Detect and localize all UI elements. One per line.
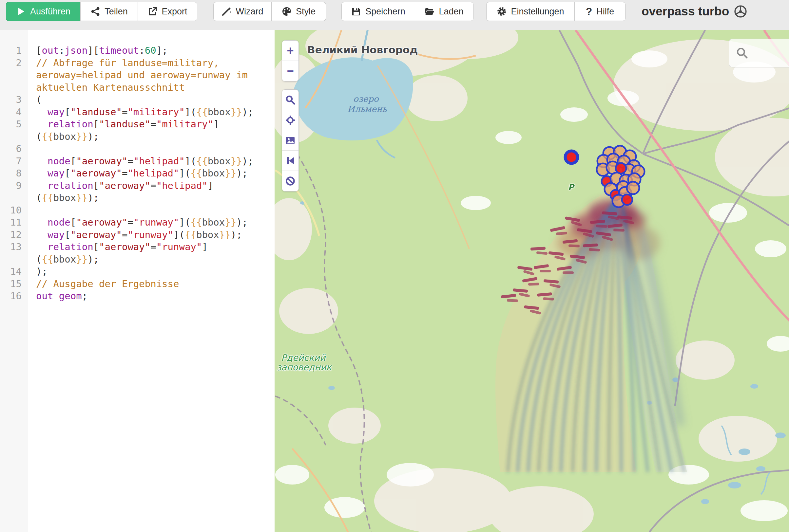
palette-icon [282,6,292,16]
code-line[interactable]: aeroway=helipad und aeroway=runway im [0,69,274,81]
share-button[interactable]: Teilen [80,2,138,21]
settings-button[interactable]: Einstellungen [486,2,575,21]
save-label: Speichern [365,6,405,17]
map-graphics [275,30,789,532]
code-line[interactable]: ({{bbox}}); [0,131,274,143]
style-label: Style [296,6,315,17]
line-number [0,81,28,94]
line-number [0,253,28,266]
magic-wand-icon [221,6,231,16]
code-text: aeroway=helipad und aeroway=runway im [28,69,248,81]
line-number [0,192,28,204]
line-number: 2 [0,57,28,70]
query-editor[interactable]: 1[out:json][timeout:60];2// Abfrage für … [0,30,274,532]
app-title: overpass turbo [642,5,747,18]
code-line[interactable]: 14); [0,266,274,278]
crosshair-icon [286,115,295,125]
code-line[interactable]: 9 relation["aeroway"="helipad"] [0,180,274,192]
run-label: Ausführen [30,6,71,17]
map-search-button[interactable] [282,90,298,110]
code-text: ({{bbox}}); [28,131,99,143]
export-button[interactable]: Export [137,2,197,21]
line-number: 10 [0,204,28,217]
code-line[interactable]: 3( [0,94,274,106]
map-search-box[interactable] [729,39,789,68]
export-label: Export [162,6,187,17]
code-line[interactable]: ({{bbox}}); [0,253,274,266]
line-number: 6 [0,143,28,155]
code-text: [out:json][timeout:60]; [28,44,168,57]
overpass-turbo-logo [734,5,747,18]
run-share-export-group: Ausführen Teilen Export [6,2,197,21]
image-export-button[interactable] [282,130,298,151]
code-text [28,143,36,155]
line-number: 14 [0,266,28,278]
code-text: ({{bbox}}); [28,192,99,204]
gear-icon [497,6,507,16]
abort-button[interactable] [282,171,298,191]
line-number: 15 [0,278,28,290]
line-number: 1 [0,44,28,57]
line-number: 3 [0,94,28,106]
code-text: relation["aeroway"="runway"] [28,241,208,253]
zoom-in-button[interactable]: + [282,41,298,61]
map-canvas[interactable]: Великий Новгород озеро Ильмень Рдейский … [275,30,789,532]
code-text: node["aeroway"="helipad"]({{bbox}}); [28,155,254,168]
code-line[interactable]: 2// Abfrage für landuse=military, [0,57,274,70]
code-line[interactable]: 6 [0,143,274,155]
load-button[interactable]: Laden [415,2,474,21]
save-button[interactable]: Speichern [342,2,415,21]
cluster-marker[interactable] [622,194,632,205]
code-line[interactable]: 12 way["aeroway"="runway"]({{bbox}}); [0,229,274,241]
wizard-style-group: Wizard Style [213,2,326,21]
search-icon [286,95,295,105]
code-line[interactable]: 15// Ausgabe der Ergebnisse [0,278,274,290]
help-button[interactable]: ? Hilfe [574,2,625,21]
code-line[interactable]: ({{bbox}}); [0,192,274,204]
code-text: out geom; [28,290,88,303]
zoom-out-button[interactable]: − [282,61,298,81]
geolocate-button[interactable] [282,110,298,130]
load-label: Laden [439,6,463,17]
code-line[interactable]: 10 [0,204,274,217]
image-icon [286,135,295,145]
line-number [0,131,28,143]
question-icon: ? [586,5,592,18]
code-text: ( [28,94,42,106]
poi-marker[interactable] [565,151,578,163]
ban-icon [286,176,295,186]
settings-label: Einstellungen [511,6,564,17]
play-icon [16,6,26,16]
line-number: 5 [0,118,28,131]
line-number: 4 [0,106,28,118]
code-line[interactable]: aktuellen Kartenausschnitt [0,81,274,94]
query-code[interactable]: 1[out:json][timeout:60];2// Abfrage für … [0,44,274,303]
export-icon [147,6,157,16]
line-number [0,69,28,81]
code-line[interactable]: 4 way["landuse"="military"]({{bbox}}); [0,106,274,118]
rewind-button[interactable] [282,151,298,171]
code-line[interactable]: 11 node["aeroway"="runway"]({{bbox}}); [0,216,274,229]
code-line[interactable]: 7 node["aeroway"="helipad"]({{bbox}}); [0,155,274,168]
map-tools-group [282,89,299,191]
folder-open-icon [425,6,435,16]
line-number: 16 [0,290,28,303]
cluster-marker[interactable] [627,182,639,194]
wizard-button[interactable]: Wizard [213,2,272,21]
line-number: 9 [0,180,28,192]
run-button[interactable]: Ausführen [6,2,80,21]
share-icon [90,6,100,16]
style-button[interactable]: Style [271,2,326,21]
code-line[interactable]: 8 way["aeroway"="helipad"]({{bbox}}); [0,167,274,180]
line-number: 7 [0,155,28,168]
code-text: way["landuse"="military"]({{bbox}}); [28,106,254,118]
code-text: way["aeroway"="runway"]({{bbox}}); [28,229,242,241]
code-line[interactable]: 1[out:json][timeout:60]; [0,44,274,57]
code-line[interactable]: 13 relation["aeroway"="runway"] [0,241,274,253]
code-line[interactable]: 5 relation["landuse"="military"] [0,118,274,131]
code-text: // Abfrage für landuse=military, [28,57,219,70]
save-load-group: Speichern Laden [342,2,474,21]
app-title-text: overpass turbo [642,5,729,18]
toolbar: Ausführen Teilen Export Wizard [0,0,789,30]
code-line[interactable]: 16out geom; [0,290,274,303]
